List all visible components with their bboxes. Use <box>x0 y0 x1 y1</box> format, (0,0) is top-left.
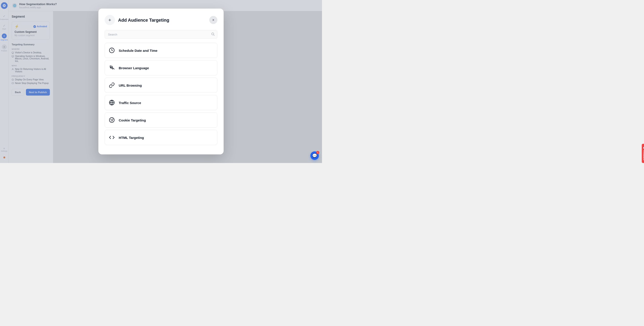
chat-icon: 💬 <box>312 153 317 158</box>
browser-language-icon <box>108 65 115 71</box>
option-browser-language-label: Browser Language <box>119 66 149 70</box>
svg-point-23 <box>112 119 113 120</box>
chat-bubble[interactable]: 💬 1 <box>310 151 319 160</box>
svg-point-13 <box>212 33 214 35</box>
url-browsing-icon <box>108 82 115 89</box>
modal-header: + Add Audience Targeting × <box>105 15 217 25</box>
option-url-browsing-label: URL Browsing <box>119 83 142 87</box>
modal-close-button[interactable]: × <box>209 16 217 24</box>
add-audience-targeting-modal: + Add Audience Targeting × Schedule Date… <box>98 9 224 155</box>
modal-title: Add Audience Targeting <box>118 17 169 22</box>
html-targeting-icon <box>108 134 115 141</box>
close-icon: × <box>212 18 214 22</box>
svg-point-21 <box>111 119 111 120</box>
option-html-targeting-label: HTML Targeting <box>119 136 144 139</box>
traffic-source-icon <box>108 99 115 106</box>
option-traffic-source[interactable]: Traffic Source <box>105 95 217 110</box>
option-url-browsing[interactable]: URL Browsing <box>105 78 217 93</box>
modal-plus-button[interactable]: + <box>105 15 115 25</box>
svg-line-14 <box>214 35 214 35</box>
chat-badge: 1 <box>316 151 319 154</box>
search-icon <box>211 32 215 37</box>
plus-icon: + <box>108 17 111 23</box>
option-cookie-targeting-label: Cookie Targeting <box>119 118 146 122</box>
option-browser-language[interactable]: Browser Language <box>105 60 217 75</box>
modal-search <box>105 30 217 39</box>
svg-point-22 <box>112 121 112 121</box>
modal-header-left: + Add Audience Targeting <box>105 15 169 25</box>
option-cookie-targeting[interactable]: Cookie Targeting <box>105 113 217 128</box>
option-schedule[interactable]: Schedule Date and Time <box>105 43 217 58</box>
option-traffic-source-label: Traffic Source <box>119 101 141 105</box>
option-html-targeting[interactable]: HTML Targeting <box>105 130 217 145</box>
option-schedule-label: Schedule Date and Time <box>119 48 158 52</box>
search-input[interactable] <box>105 30 217 39</box>
svg-point-20 <box>109 118 114 123</box>
cookie-targeting-icon <box>108 117 115 124</box>
schedule-icon <box>108 47 115 54</box>
